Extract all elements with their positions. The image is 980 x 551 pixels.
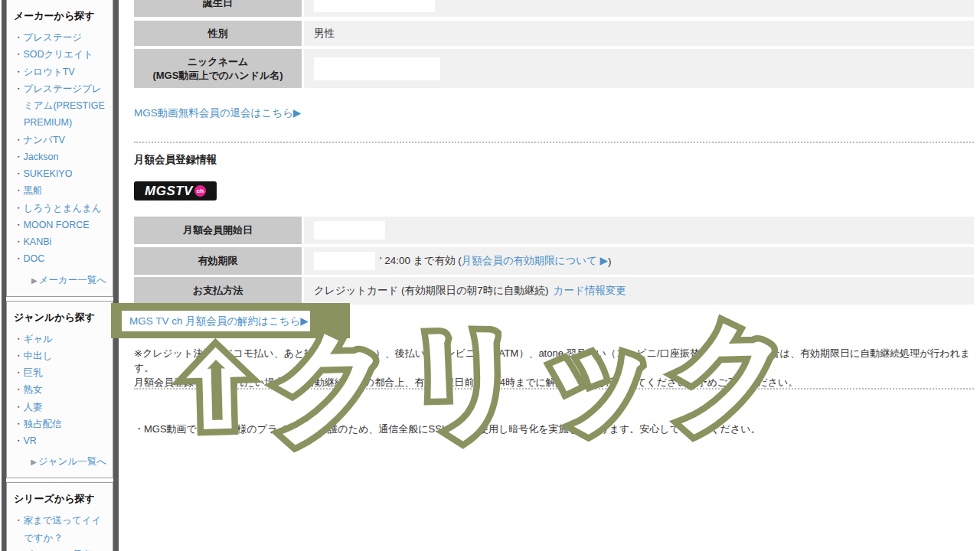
sidebar-item-maker-6[interactable]: ・SUKEKIYO — [14, 165, 109, 182]
expiry-text-suffix: ) — [608, 256, 612, 267]
maker-link-sod[interactable]: SODクリエイト — [24, 49, 93, 60]
sidebar: メーカーから探す ・プレステージ ・SODクリエイト ・シロウトTV ・プレステ… — [6, 0, 113, 551]
sidebar-heading-maker: メーカーから探す — [14, 9, 109, 23]
sidebar-item-maker-3[interactable]: ・プレステージプレミアム(PRESTIGE PREMIUM) — [14, 80, 109, 132]
payment-method-text: クレジットカード (有効期限日の朝7時に自動継続) — [314, 284, 549, 298]
bullet: ・ — [14, 32, 24, 43]
sidebar-item-series-1[interactable]: ・ギャルしべ長者 — [14, 546, 109, 551]
table-row-birthday: 誕生日 — [134, 0, 974, 17]
bullet: ・ — [14, 402, 24, 412]
maker-link-kanbi[interactable]: KANBi — [24, 236, 52, 247]
genre-link-dokusen[interactable]: 独占配信 — [24, 419, 62, 429]
redacted-value-box — [314, 221, 385, 240]
bullet: ・ — [14, 435, 24, 446]
maker-link-kurofune[interactable]: 黒船 — [24, 185, 43, 196]
mgstv-ch-badge: ch — [194, 185, 206, 197]
sidebar-section-maker: メーカーから探す ・プレステージ ・SODクリエイト ・シロウトTV ・プレステ… — [6, 0, 113, 297]
up-arrow-icon: ⇧ — [171, 331, 263, 452]
genre-list: ・ギャル ・中出し ・巨乳 ・熟女 ・人妻 ・独占配信 ・VR — [14, 331, 109, 450]
bullet: ・ — [14, 135, 24, 145]
gender-value: 男性 — [304, 21, 974, 46]
sidebar-item-maker-0[interactable]: ・プレステージ — [14, 29, 109, 46]
table-row-payment: お支払方法 クレジットカード (有効期限日の朝7時に自動継続) カード情報変更 — [134, 277, 974, 305]
sidebar-item-maker-5[interactable]: ・Jackson — [14, 148, 109, 165]
table-row-start-date: 月額会員開始日 — [134, 217, 974, 244]
sidebar-item-maker-9[interactable]: ・MOON FORCE — [14, 217, 109, 233]
sidebar-item-series-0[interactable]: ・家まで送ってイイですか？ — [14, 512, 109, 546]
sidebar-item-maker-7[interactable]: ・黒船 — [14, 182, 109, 199]
table-row-gender: 性別 男性 — [134, 21, 974, 46]
bullet: ・ — [14, 168, 24, 179]
maker-link-prestige[interactable]: プレステージ — [24, 32, 82, 43]
birthday-label: 誕生日 — [134, 0, 302, 17]
mgstv-logo: MGSTV ch — [134, 181, 217, 201]
genre-link-hitozuma[interactable]: 人妻 — [24, 402, 43, 412]
bullet: ・ — [14, 49, 24, 60]
genre-link-jukujo[interactable]: 熟女 — [24, 384, 43, 395]
sidebar-item-genre-2[interactable]: ・巨乳 — [14, 364, 109, 381]
sidebar-item-genre-3[interactable]: ・熟女 — [14, 381, 109, 398]
sidebar-item-maker-10[interactable]: ・KANBi — [14, 233, 109, 250]
maker-list-footer[interactable]: ▶メーカー一覧へ — [14, 274, 109, 287]
sidebar-item-genre-5[interactable]: ・独占配信 — [14, 416, 109, 432]
sidebar-item-maker-1[interactable]: ・SODクリエイト — [14, 46, 109, 63]
bullet: ・ — [14, 220, 24, 230]
free-member-withdraw-link[interactable]: MGS動画無料会員の退会はこちら▶ — [134, 106, 301, 120]
genre-link-nakadashi[interactable]: 中出し — [24, 350, 53, 361]
sidebar-item-genre-1[interactable]: ・中出し — [14, 347, 109, 364]
sidebar-item-maker-11[interactable]: ・DOC — [14, 250, 109, 267]
maker-link-jackson[interactable]: Jackson — [24, 152, 59, 162]
sidebar-heading-genre: ジャンルから探す — [14, 311, 109, 324]
sidebar-heading-series: シリーズから探す — [14, 492, 109, 506]
sidebar-item-maker-4[interactable]: ・ナンパTV — [14, 132, 109, 148]
sidebar-item-genre-0[interactable]: ・ギャル — [14, 331, 109, 347]
genre-list-all-link[interactable]: ジャンル一覧へ — [38, 456, 106, 467]
genre-list-footer[interactable]: ▶ジャンル一覧へ — [14, 455, 109, 468]
maker-link-sukekiyo[interactable]: SUKEKIYO — [24, 168, 73, 179]
series-link-iemade[interactable]: 家まで送ってイイですか？ — [24, 515, 102, 543]
bullet: ・ — [14, 419, 24, 429]
card-info-change-link[interactable]: カード情報変更 — [554, 284, 626, 298]
redacted-value-box — [314, 0, 435, 12]
bullet: ・ — [14, 367, 24, 378]
sidebar-item-maker-8[interactable]: ・しろうとまんまん — [14, 200, 109, 217]
birthday-value — [304, 0, 974, 17]
maker-link-shiroutomanman[interactable]: しろうとまんまん — [24, 203, 102, 214]
maker-link-prestige-premium[interactable]: プレステージプレミアム(PRESTIGE PREMIUM) — [24, 83, 105, 129]
table-row-expiry: 有効期限 ' 24:00 まで有効 ( 月額会員の有効期限について ▶ ) — [134, 247, 974, 275]
maker-link-shiroutotv[interactable]: シロウトTV — [24, 67, 75, 77]
start-date-value — [304, 217, 974, 244]
bullet: ・ — [14, 203, 24, 214]
bullet: ・ — [14, 334, 24, 344]
series-list: ・家まで送ってイイですか？ ・ギャルしべ長者 ・新人 プレステージ専属デビュー — [14, 512, 109, 551]
genre-link-vr[interactable]: VR — [24, 435, 37, 446]
genre-link-gal[interactable]: ギャル — [24, 334, 53, 344]
triangle-right-icon: ▶ — [31, 276, 38, 285]
expiry-info-link[interactable]: 月額会員の有効期限について ▶ — [462, 254, 608, 268]
expiry-text: ' 24:00 まで有効 ( — [380, 254, 462, 268]
sidebar-item-genre-4[interactable]: ・人妻 — [14, 399, 109, 416]
maker-link-doc[interactable]: DOC — [24, 253, 45, 264]
maker-link-nanpatv[interactable]: ナンパTV — [24, 135, 65, 145]
table-row-nickname: ニックネーム (MGS動画上でのハンドル名) — [134, 49, 974, 88]
bullet: ・ — [14, 236, 24, 247]
genre-link-kyonyu[interactable]: 巨乳 — [24, 367, 43, 378]
bullet: ・ — [14, 83, 24, 94]
payment-value: クレジットカード (有効期限日の朝7時に自動継続) カード情報変更 — [304, 277, 974, 305]
nickname-value — [304, 49, 974, 88]
mgstv-logo-text: MGSTV — [145, 184, 193, 199]
maker-link-moonforce[interactable]: MOON FORCE — [24, 220, 90, 230]
bullet: ・ — [14, 67, 24, 77]
expiry-value: ' 24:00 まで有効 ( 月額会員の有効期限について ▶ ) — [304, 247, 974, 275]
bullet: ・ — [14, 515, 24, 526]
sidebar-item-genre-6[interactable]: ・VR — [14, 432, 109, 449]
expiry-label: 有効期限 — [134, 247, 302, 275]
account-settings-page: メーカーから探す ・プレステージ ・SODクリエイト ・シロウトTV ・プレステ… — [0, 0, 980, 551]
triangle-right-icon: ▶ — [31, 458, 37, 466]
redacted-value-box — [314, 57, 440, 80]
bullet: ・ — [14, 253, 24, 264]
monthly-section-heading: 月額会員登録情報 — [134, 153, 217, 167]
maker-list-all-link[interactable]: メーカー一覧へ — [39, 275, 106, 285]
redacted-value-box — [314, 252, 375, 270]
sidebar-item-maker-2[interactable]: ・シロウトTV — [14, 64, 109, 80]
